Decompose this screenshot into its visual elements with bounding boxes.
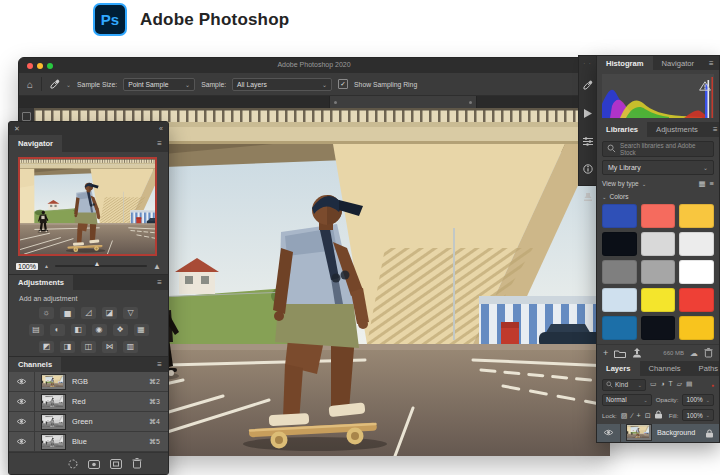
delete-channel-icon[interactable] [132,455,142,473]
view-by-type-label[interactable]: View by type [602,180,639,187]
upload-library-icon[interactable] [632,344,642,362]
blend-mode-dropdown[interactable]: Normal ⌄ [602,394,652,406]
grid-view-icon[interactable]: ▦ [699,179,706,188]
color-swatch[interactable] [602,232,637,256]
visibility-eye-icon[interactable] [15,378,28,385]
gradient-map-icon[interactable]: ⋈ [102,341,117,353]
color-sampler-panel-icon[interactable] [583,76,593,94]
exposure-icon[interactable]: ◪ [102,307,117,319]
delete-library-icon[interactable] [704,344,713,362]
color-swatch[interactable] [641,260,676,284]
channel-row-blue[interactable]: Blue ⌘5 [9,432,168,452]
visibility-eye-icon[interactable] [15,398,28,405]
navigator-preview[interactable] [18,157,157,256]
drag-handle[interactable]: · · [583,60,592,66]
zoom-out-icon[interactable]: ▲ [44,263,49,269]
tab-channels-dock[interactable]: Channels [640,361,690,375]
actions-panel-icon[interactable] [584,104,592,122]
visibility-eye-icon[interactable] [15,418,28,425]
close-tab-icon[interactable] [469,101,472,104]
colors-section-header[interactable]: ⌄ Colors [602,192,714,203]
sample-size-dropdown[interactable]: Point Sample ⌄ [123,78,195,91]
panel-menu-icon[interactable]: ≡ [151,275,168,290]
color-swatch[interactable] [679,204,714,228]
info-panel-icon[interactable] [583,160,593,178]
lock-all-icon[interactable] [655,410,662,420]
color-lookup-icon[interactable]: ▦ [134,324,149,336]
layer-lock-icon[interactable] [706,424,713,442]
photo-filter-icon[interactable]: ◉ [92,324,107,336]
filter-kind-dropdown[interactable]: Kind ⌄ [602,379,646,391]
list-view-icon[interactable]: ≡ [710,179,714,188]
color-swatch[interactable] [679,288,714,312]
color-swatch[interactable] [641,288,676,312]
collapse-panel-icon[interactable]: « [159,125,163,132]
color-swatch[interactable] [602,204,637,228]
folder-icon[interactable] [614,344,626,362]
tab-histogram[interactable]: Histogram [597,56,653,70]
color-swatch[interactable] [641,232,676,256]
window-titlebar[interactable]: Adobe Photoshop 2020 [19,58,609,73]
channel-row-green[interactable]: Green ⌘4 [9,412,168,432]
curves-icon[interactable]: ◿ [81,307,96,319]
color-swatch[interactable] [641,316,676,340]
color-swatch[interactable] [602,260,637,284]
home-icon[interactable]: ⌂ [27,79,33,90]
tab-layers[interactable]: Layers [597,361,640,375]
color-swatch[interactable] [602,316,637,340]
fill-dropdown[interactable]: 100% ⌄ [682,409,714,421]
save-selection-icon[interactable] [88,455,100,473]
filter-adjustment-layers-icon[interactable]: ◑ [660,381,664,388]
tab-adjustments[interactable]: Adjustments [9,275,73,290]
filter-smart-objects-icon[interactable]: ▤ [686,381,692,388]
close-panel-icon[interactable]: ✕ [14,125,20,133]
filter-pixel-layers-icon[interactable]: ▭ [650,381,656,388]
vibrance-icon[interactable]: ▽ [123,307,138,319]
posterize-icon[interactable]: ◨ [60,341,75,353]
filter-toggle-icon[interactable]: ● [711,382,714,388]
libraries-search-input[interactable]: Search libraries and Adobe Stock [602,141,714,157]
load-selection-icon[interactable] [68,455,78,473]
tab-navigator[interactable]: Navigator [9,135,62,152]
eyedropper-tool-icon[interactable] [50,79,60,90]
zoom-slider[interactable]: ▲ [55,265,147,267]
color-swatch[interactable] [602,288,637,312]
selective-color-icon[interactable]: ▥ [123,341,138,353]
clipping-warning-icon[interactable] [699,77,711,95]
channel-mixer-icon[interactable]: ❖ [113,324,128,336]
color-balance-icon[interactable]: ◐ [50,324,65,336]
tab-libraries[interactable]: Libraries [597,122,647,136]
zoom-slider-thumb[interactable]: ▲ [94,260,101,267]
tab-navigator-dock[interactable]: Navigator [653,56,704,70]
new-channel-icon[interactable] [110,455,122,473]
move-tool-icon[interactable] [22,112,31,121]
color-swatch[interactable] [679,316,714,340]
panel-menu-icon[interactable]: ≡ [703,56,720,70]
chevron-down-icon[interactable]: ⌄ [66,81,71,88]
panel-menu-icon[interactable]: ≡ [151,135,168,152]
sample-layers-dropdown[interactable]: All Layers ⌄ [232,78,332,91]
history-panel-icon[interactable] [583,188,593,206]
black-white-icon[interactable]: ◧ [71,324,86,336]
color-swatch[interactable] [679,232,714,256]
document-tab[interactable] [329,96,477,108]
properties-panel-icon[interactable] [583,132,593,150]
channel-row-red[interactable]: Red ⌘3 [9,392,168,412]
filter-shape-layers-icon[interactable]: ▱ [677,381,682,388]
hue-saturation-icon[interactable]: ▤ [29,324,44,336]
channel-row-rgb[interactable]: RGB ⌘2 [9,372,168,392]
invert-icon[interactable]: ◩ [39,341,54,353]
lock-paint-icon[interactable]: ∕ [631,412,632,419]
color-swatch[interactable] [641,204,676,228]
lock-artboard-icon[interactable]: ⊡ [645,412,651,419]
filter-type-layers-icon[interactable]: T [669,381,673,388]
background-layer-row[interactable]: Background [597,424,719,442]
tab-adjustments-dock[interactable]: Adjustments [647,122,707,136]
zoom-in-icon[interactable]: ▲ [153,262,161,271]
levels-icon[interactable]: ▅ [60,307,75,319]
sampling-ring-checkbox[interactable]: ✓ [338,79,348,89]
lock-position-icon[interactable]: + [637,412,641,419]
brightness-contrast-icon[interactable]: ☼ [39,307,54,319]
tab-channels[interactable]: Channels [9,357,61,372]
panel-menu-icon[interactable]: ≡ [151,357,168,372]
